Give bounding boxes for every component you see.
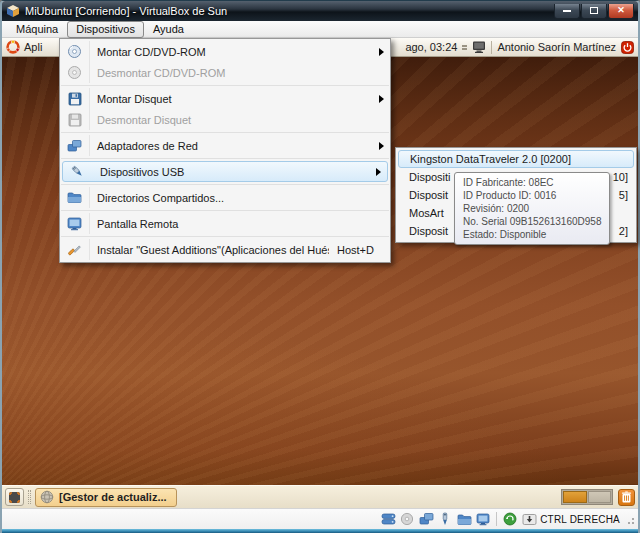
menu-item-guest-additions[interactable]: Instalar "Guest Additions"(Aplicaciones … <box>60 239 390 260</box>
mouse-integration-icon[interactable] <box>502 511 518 527</box>
vbox-statusbar: CTRL DERECHA <box>2 508 638 529</box>
usb-item-label: Disposit <box>409 225 448 237</box>
tooltip-line: ID Producto ID: 0016 <box>463 189 601 202</box>
menu-item-montar-disquet[interactable]: Montar Disquet <box>60 88 390 109</box>
tooltip-line: Estado: Disponible <box>463 228 601 241</box>
cd-icon <box>67 44 82 59</box>
menu-item-pantalla-remota[interactable]: Pantalla Remota <box>60 213 390 234</box>
menu-maquina[interactable]: Máquina <box>7 21 67 38</box>
usb-device-tooltip: ID Fabricante: 08EC ID Producto ID: 0016… <box>454 172 610 245</box>
notification-applet-icon[interactable] <box>462 45 467 50</box>
menu-item-label: Montar Disquet <box>90 93 390 105</box>
floppy-eject-icon <box>68 113 82 127</box>
menu-item-desmontar-cd: Desmontar CD/DVD-ROM <box>60 62 390 83</box>
applications-menu[interactable]: Apli <box>6 40 42 54</box>
maximize-button[interactable] <box>581 4 607 19</box>
usb-item-label-end: 2] <box>619 225 628 237</box>
submenu-arrow-icon <box>379 142 384 150</box>
panel-clock[interactable]: ago, 03:24 <box>405 41 457 53</box>
virtualbox-logo-icon <box>6 4 20 18</box>
trash-icon <box>621 491 632 503</box>
minimize-button[interactable] <box>554 4 580 19</box>
remote-display-icon <box>67 217 82 231</box>
window-bottom-edge <box>2 529 638 533</box>
harddisk-status-icon[interactable] <box>380 511 396 527</box>
usb-status-icon[interactable] <box>437 511 453 527</box>
maximize-icon <box>590 7 598 14</box>
vrdp-status-icon[interactable] <box>475 511 491 527</box>
menu-separator <box>61 85 389 86</box>
resize-grip[interactable] <box>625 513 635 525</box>
applications-label: Apli <box>24 41 42 53</box>
menu-item-label: Desmontar CD/DVD-ROM <box>90 67 390 79</box>
statusbar-separator <box>496 512 497 526</box>
workspace-2[interactable] <box>588 491 612 503</box>
usb-item-kingston[interactable]: Kingston DataTraveler 2.0 [0200] <box>398 150 634 168</box>
submenu-arrow-icon <box>376 168 381 176</box>
usb-item-label: Kingston DataTraveler 2.0 [0200] <box>410 153 571 165</box>
gestor-taskbar-button[interactable]: [Gestor de actualiz... <box>35 488 177 507</box>
menu-separator <box>61 210 389 211</box>
cd-eject-icon <box>67 65 82 80</box>
submenu-arrow-icon <box>379 48 384 56</box>
floppy-icon <box>68 92 82 106</box>
host-menubar: Máquina Dispositivos Ayuda <box>2 21 638 38</box>
panel-separator <box>491 41 492 54</box>
menu-dispositivos[interactable]: Dispositivos <box>67 21 144 38</box>
usb-item-label: Disposit <box>409 189 448 201</box>
updater-globe-icon <box>40 490 54 504</box>
workspace-1[interactable] <box>563 491 587 503</box>
caption-buttons: ✕ <box>553 4 634 19</box>
power-icon[interactable] <box>621 41 634 54</box>
taskbar-handle[interactable] <box>28 490 31 504</box>
usb-item-label: Dispositi <box>409 171 451 183</box>
minimize-icon <box>563 10 571 12</box>
menu-item-label: Directorios Compartidos... <box>90 192 390 204</box>
usb-icon <box>70 164 85 179</box>
virtualbox-window: MiUbuntu [Corriendo] - VirtualBox de Sun… <box>0 0 640 533</box>
menu-item-adaptadores-red[interactable]: Adaptadores de Red <box>60 135 390 156</box>
folder-status-icon[interactable] <box>456 511 472 527</box>
network-icon <box>67 139 82 153</box>
gestor-label: [Gestor de actualiz... <box>59 491 167 503</box>
menu-item-label: Instalar "Guest Additions"(Aplicaciones … <box>90 244 329 256</box>
hostkey-label: CTRL DERECHA <box>540 514 620 525</box>
menu-item-shortcut: Host+D <box>337 244 374 256</box>
menu-separator <box>61 236 389 237</box>
usb-item-label-end: 5] <box>619 189 628 201</box>
cd-status-icon[interactable] <box>399 511 415 527</box>
menu-item-directorios-compartidos[interactable]: Directorios Compartidos... <box>60 187 390 208</box>
viewer-icon <box>8 491 21 504</box>
menu-item-label: Adaptadores de Red <box>90 140 390 152</box>
usb-item-label-end: 10] <box>613 171 628 183</box>
submenu-arrow-icon <box>379 95 384 103</box>
menu-item-montar-cd[interactable]: Montar CD/DVD-ROM <box>60 41 390 62</box>
screen-applet-icon[interactable] <box>472 41 486 53</box>
guest-additions-icon <box>67 242 82 257</box>
menu-separator <box>61 158 389 159</box>
menu-separator <box>61 132 389 133</box>
user-menu[interactable]: Antonio Saorín Martínez <box>497 41 616 53</box>
menu-item-label: Dispositivos USB <box>93 166 387 178</box>
shared-folder-icon <box>67 191 82 204</box>
tooltip-line: No. Serial 09B152613160D958 <box>463 215 601 228</box>
usb-item-label: MosArt <box>409 207 444 219</box>
menu-separator <box>61 184 389 185</box>
network-status-icon[interactable] <box>418 511 434 527</box>
workspace-switcher <box>561 489 613 505</box>
menu-ayuda[interactable]: Ayuda <box>144 21 193 38</box>
menu-item-label: Montar CD/DVD-ROM <box>90 46 390 58</box>
window-title: MiUbuntu [Corriendo] - VirtualBox de Sun <box>25 5 227 17</box>
devices-menu: Montar CD/DVD-ROM Desmontar CD/DVD-ROM M… <box>59 38 391 263</box>
tooltip-line: Revisión: 0200 <box>463 202 601 215</box>
viewer-taskbar-button[interactable] <box>5 488 24 506</box>
title-bar[interactable]: MiUbuntu [Corriendo] - VirtualBox de Sun… <box>2 1 638 21</box>
menu-item-label: Desmontar Disquet <box>90 114 390 126</box>
host-keyboard-icon[interactable] <box>521 511 537 527</box>
trash-button[interactable] <box>618 489 635 506</box>
tooltip-line: ID Fabricante: 08EC <box>463 176 601 189</box>
menu-item-label: Pantalla Remota <box>90 218 390 230</box>
close-button[interactable]: ✕ <box>608 4 634 19</box>
menu-item-dispositivos-usb[interactable]: Dispositivos USB <box>62 161 388 182</box>
guest-taskbar: [Gestor de actualiz... <box>2 485 638 508</box>
